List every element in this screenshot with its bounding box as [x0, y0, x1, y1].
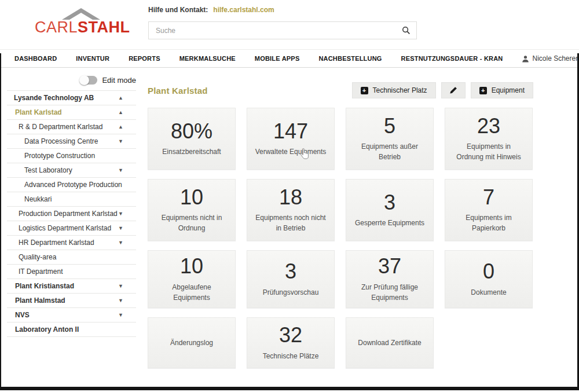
tile-label: Prüfungsvorschau — [263, 287, 319, 298]
nav-item-restnutzungsdauer-kran[interactable]: RESTNUTZUNGSDAUER - KRAN — [401, 55, 503, 62]
sidebar-item-advanced-prototype-production[interactable]: Advanced Prototype Production — [7, 178, 136, 192]
tile-equipments-noch-nicht-in-betrieb[interactable]: 18Equipments noch nicht in Betrieb — [247, 179, 335, 241]
nav-item-reports[interactable]: REPORTS — [129, 55, 160, 62]
sidebar-item-label: Prototype Construction — [24, 152, 95, 160]
tile-equipments-in-ordnung-mit-hinweis[interactable]: 23Equipments in Ordnung mit Hinweis — [445, 108, 533, 170]
chevron-down-icon: ▼ — [118, 283, 123, 289]
sidebar-item-nvs[interactable]: NVS▼ — [7, 308, 136, 323]
tile-value: 5 — [384, 115, 395, 137]
sidebar-item-plant-kristianstad[interactable]: Plant Kristianstad▼ — [7, 279, 136, 294]
sidebar-item-prototype-construction[interactable]: Prototype Construction — [7, 149, 136, 163]
tile-label: Verwaltete Equipments — [255, 146, 327, 157]
help-line: Hilfe und Kontakt:hilfe.carlstahl.com — [148, 6, 274, 14]
sidebar-item-laboratory-anton-ii[interactable]: Laboratory Anton II — [7, 323, 136, 337]
tile-label: Gesperrte Equipments — [355, 218, 424, 228]
tile-value: 3 — [384, 192, 395, 214]
sidebar-item-lysande-technology-ab[interactable]: Lysande Technology AB▲ — [7, 91, 136, 105]
nav-item-inventur[interactable]: INVENTUR — [76, 55, 109, 62]
tile-equipments-nicht-in-ordnung[interactable]: 10Equipments nicht in Ordnung — [148, 179, 236, 241]
search-button[interactable] — [396, 26, 416, 35]
sidebar-item-r-d-department-karlstad[interactable]: R & D Department Karlstad▲ — [7, 120, 136, 134]
add-equipment-button[interactable]: + Equipment — [471, 82, 533, 98]
search-input[interactable] — [149, 22, 396, 39]
tile-pr-fungsvorschau[interactable]: 3Prüfungsvorschau — [247, 250, 335, 308]
main-nav: DASHBOARDINVENTURREPORTSMERKMALSUCHEMOBI… — [0, 49, 579, 68]
tile-verwaltete-equipments[interactable]: 147Verwaltete Equipments — [247, 108, 335, 170]
sidebar-item-label: Production Department Karlstad — [19, 210, 118, 218]
tile-gesperrte-equipments[interactable]: 3Gesperrte Equipments — [346, 179, 434, 241]
search-box — [148, 21, 417, 39]
tile-value: 10 — [180, 186, 203, 208]
sidebar-item-test-laboratory[interactable]: Test Laboratory▼ — [7, 163, 136, 178]
chevron-up-icon: ▲ — [118, 95, 123, 101]
sidebar-item-label: Advanced Prototype Production — [24, 181, 122, 189]
sidebar-item-data-processing-centre[interactable]: Data Processing Centre▼ — [7, 134, 136, 149]
user-name: Nicole Scherer — [532, 54, 578, 63]
tile-einsatzbereitschaft[interactable]: 80%Einsatzbereitschaft — [148, 108, 236, 170]
nav-item-mobile-apps[interactable]: MOBILE APPS — [255, 55, 300, 62]
tile-label: Technische Plätze — [263, 351, 319, 361]
tile-zur-pr-fung-f-llige-equipments[interactable]: 37Zur Prüfung fällige Equipments — [346, 250, 434, 308]
tile-label: Equipments in Ordnung mit Hinweis — [452, 141, 525, 162]
sidebar-item-label: NVS — [15, 311, 30, 319]
nav-item-merkmalsuche[interactable]: MERKMALSUCHE — [179, 55, 236, 62]
tile-label: Equipments außer Betrieb — [353, 141, 426, 162]
chevron-down-icon: ▼ — [118, 312, 123, 318]
tile-value: 147 — [273, 120, 308, 142]
tile-value: 18 — [279, 186, 302, 208]
sidebar-item-production-department-karlstad[interactable]: Production Department Karlstad▼ — [7, 207, 136, 221]
nav-item-nachbestellung[interactable]: NACHBESTELLUNG — [318, 55, 382, 62]
add-equipment-label: Equipment — [492, 86, 525, 94]
sidebar-item-label: Quality-area — [19, 253, 56, 261]
tile-download-zertifikate[interactable]: Download Zertifikate — [346, 317, 434, 368]
tile-label: Abgelaufene Equipments — [155, 282, 228, 303]
sidebar-item-label: HR Department Karlstad — [19, 239, 94, 247]
edit-button[interactable] — [441, 82, 466, 98]
sidebar-item-plant-karlstad[interactable]: Plant Karlstad▲ — [7, 105, 136, 120]
chevron-down-icon: ▼ — [118, 298, 123, 303]
plus-icon: + — [361, 87, 368, 94]
tile-value: 32 — [279, 324, 302, 346]
tile-equipments-au-er-betrieb[interactable]: 5Equipments außer Betrieb — [346, 108, 434, 170]
edit-mode-toggle[interactable] — [80, 76, 97, 85]
kpi-tiles: 80%Einsatzbereitschaft147Verwaltete Equi… — [148, 108, 533, 368]
sidebar-item-neukkari[interactable]: Neukkari — [7, 192, 136, 207]
help-link[interactable]: hilfe.carlstahl.com — [213, 6, 274, 14]
sidebar-item-it-department[interactable]: IT Department — [7, 265, 136, 279]
sidebar-item-label: Laboratory Anton II — [15, 325, 79, 334]
nav-item-dashboard[interactable]: DASHBOARD — [14, 55, 57, 62]
tile-value: 37 — [378, 255, 401, 277]
tile-label: Equipments im Papierkorb — [452, 213, 525, 233]
sidebar-item-label: Plant Kristianstad — [15, 282, 74, 290]
tile-abgelaufene-equipments[interactable]: 10Abgelaufene Equipments — [148, 250, 236, 308]
tile-equipments-im-papierkorb[interactable]: 7Equipments im Papierkorb — [445, 179, 533, 241]
sidebar-item-quality-area[interactable]: Quality-area — [7, 250, 136, 265]
sidebar-item-label: Neukkari — [24, 195, 52, 203]
tile-nderungslog[interactable]: Änderungslog — [148, 317, 236, 368]
tile-dokumente[interactable]: 0Dokumente — [445, 250, 533, 308]
sidebar-item-label: IT Department — [19, 268, 63, 276]
chevron-down-icon: ▼ — [118, 225, 123, 231]
sidebar-item-hr-department-karlstad[interactable]: HR Department Karlstad▼ — [7, 236, 136, 250]
page-title: Plant Karlstad — [148, 86, 208, 96]
tile-technische-pl-tze[interactable]: 32Technische Plätze — [247, 317, 335, 368]
title-row: Plant Karlstad + Technischer Platz + Equ… — [148, 82, 533, 98]
sidebar-item-plant-halmstad[interactable]: Plant Halmstad▼ — [7, 294, 136, 308]
user-menu[interactable]: Nicole Scherer ▼ — [522, 54, 579, 63]
tile-label: Zur Prüfung fällige Equipments — [353, 282, 426, 303]
tile-label: Dokumente — [471, 287, 506, 298]
pencil-icon — [449, 86, 457, 94]
chevron-down-icon: ▼ — [118, 240, 123, 246]
sidebar-item-logistics-department-karlstad[interactable]: Logistics Department Karlstad▼ — [7, 221, 136, 236]
tile-label: Download Zertifikate — [358, 338, 421, 348]
tile-value: 3 — [285, 261, 296, 283]
sidebar-item-label: Lysande Technology AB — [14, 94, 94, 102]
toggle-knob-icon — [79, 75, 89, 85]
body-row: Edit mode Lysande Technology AB▲Plant Ka… — [1, 68, 577, 387]
add-technischer-platz-button[interactable]: + Technischer Platz — [352, 82, 436, 98]
carl-stahl-logo: CARLSTAHL — [35, 7, 130, 35]
sidebar-item-label: Plant Karlstad — [15, 108, 62, 116]
page: CARLSTAHL Hilfe und Kontakt:hilfe.carlst… — [0, 0, 579, 392]
chevron-down-icon: ▼ — [118, 167, 123, 173]
sidebar-item-label: Data Processing Centre — [24, 137, 98, 145]
